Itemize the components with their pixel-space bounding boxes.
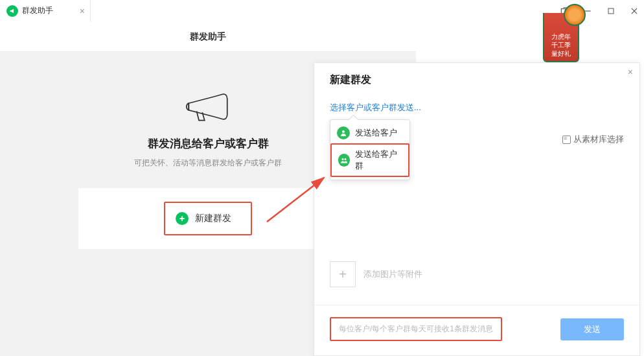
modal-footer: 每位客户/每个客户群每天可接收1条群发消息 发送 (314, 305, 639, 355)
recipient-type-dropdown: 发送给客户 发送给客户群 (330, 119, 410, 180)
page-header: 群发助手 (0, 22, 416, 52)
banner-line: 千工季 (548, 41, 574, 49)
svg-point-8 (345, 158, 347, 160)
daily-limit-note: 每位客户/每个客户群每天可接收1条群发消息 (330, 317, 502, 341)
library-icon (562, 136, 571, 144)
svg-point-6 (342, 130, 345, 133)
dropdown-option-customer-group[interactable]: 发送给客户群 (330, 143, 409, 177)
material-library-label: 从素材库选择 (573, 134, 624, 145)
svg-rect-2 (608, 8, 614, 14)
empty-state-title: 群发消息给客户或客户群 (148, 136, 269, 151)
new-broadcast-button[interactable]: + 新建群发 (164, 202, 252, 235)
send-button[interactable]: 发送 (560, 318, 624, 340)
group-icon (338, 154, 350, 167)
tab-broadcast-assistant[interactable]: 群发助手 × (0, 0, 91, 22)
new-broadcast-modal: × 新建群发 选择客户或客户群发送... 发送给客户 发送给客户群 从素材库选择… (314, 62, 640, 356)
new-broadcast-label: 新建群发 (195, 213, 231, 224)
modal-body: 选择客户或客户群发送... 发送给客户 发送给客户群 从素材库选择 节日关怀等信… (314, 101, 639, 287)
svg-point-7 (342, 158, 344, 160)
close-icon[interactable]: × (80, 6, 85, 16)
dropdown-option-label: 发送给客户群 (355, 148, 402, 172)
banner-line: 量好礼 (548, 49, 574, 58)
modal-close-icon[interactable]: × (628, 67, 633, 77)
plus-icon: + (176, 212, 189, 225)
maximize-icon[interactable] (606, 6, 615, 16)
select-recipients-link[interactable]: 选择客户或客户群发送... (330, 102, 421, 112)
add-attachment-button[interactable]: + (330, 261, 356, 287)
material-library-link[interactable]: 从素材库选择 (562, 134, 624, 145)
dropdown-option-customer[interactable]: 发送给客户 (330, 123, 409, 143)
tab-title: 群发助手 (22, 5, 53, 16)
megaphone-outline-icon (185, 91, 231, 127)
create-card: + 新建群发 (78, 188, 338, 249)
dropdown-option-label: 发送给客户 (355, 127, 397, 139)
empty-state-subtitle: 可把关怀、活动等消息群发给客户或客户群 (134, 158, 282, 169)
megaphone-icon (6, 5, 18, 17)
window-close-icon[interactable] (630, 6, 639, 16)
banner-line: 力虎年 (548, 32, 574, 41)
modal-title: 新建群发 (314, 63, 639, 101)
page-title: 群发助手 (190, 31, 226, 43)
attachment-row: + 添加图片等附件 (330, 261, 624, 287)
person-icon (337, 126, 350, 139)
promo-banner: 力虎年 千工季 量好礼 (543, 13, 579, 62)
attachment-label: 添加图片等附件 (363, 268, 422, 280)
